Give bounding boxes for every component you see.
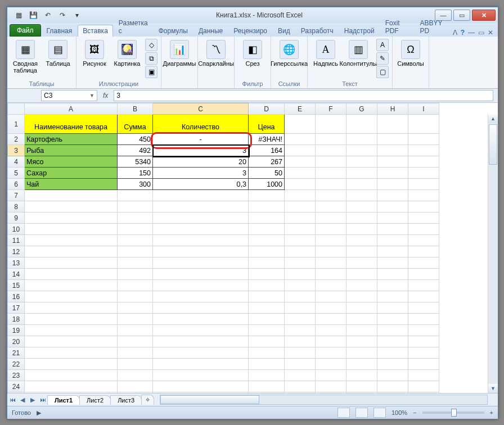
cell[interactable]: 5340 [118, 156, 153, 168]
cell[interactable] [408, 224, 439, 235]
cell[interactable] [346, 291, 377, 302]
screenshot-icon[interactable]: ▣ [145, 66, 158, 78]
cell[interactable] [377, 370, 408, 381]
cell[interactable] [346, 115, 377, 134]
cell[interactable] [285, 168, 316, 179]
cell[interactable]: #ЗНАЧ! [249, 134, 285, 145]
table-button[interactable]: ▤Таблица [43, 39, 73, 67]
sheet-tab-3[interactable]: Лист3 [110, 395, 142, 405]
cell[interactable] [249, 190, 285, 201]
cell[interactable] [118, 347, 153, 359]
cell[interactable] [346, 235, 377, 246]
cell[interactable] [285, 336, 316, 347]
row-header-7[interactable]: 7 [8, 190, 25, 201]
cell[interactable] [153, 235, 249, 246]
view-pagebreak-button[interactable] [374, 408, 386, 418]
doc-close-icon[interactable]: ✕ [488, 29, 493, 37]
row-header-6[interactable]: 6 [8, 179, 25, 190]
cell[interactable] [408, 179, 439, 190]
cell[interactable] [153, 269, 249, 280]
shapes-icon[interactable]: ◇ [145, 39, 158, 51]
cell[interactable] [408, 201, 439, 213]
cell[interactable] [316, 314, 346, 325]
cell[interactable] [25, 314, 118, 325]
cell[interactable] [408, 280, 439, 291]
cell[interactable] [153, 257, 249, 269]
cell[interactable] [408, 302, 439, 314]
cell[interactable] [346, 201, 377, 213]
cell[interactable] [249, 291, 285, 302]
cell[interactable] [118, 280, 153, 291]
cell[interactable] [249, 246, 285, 257]
cell[interactable]: 3 [153, 145, 249, 156]
row-header-23[interactable]: 23 [8, 370, 25, 381]
cell[interactable] [285, 370, 316, 381]
cell[interactable] [118, 336, 153, 347]
cell[interactable] [316, 280, 346, 291]
cell[interactable] [408, 190, 439, 201]
cell[interactable] [285, 257, 316, 269]
cell[interactable] [118, 359, 153, 370]
cell[interactable] [153, 347, 249, 359]
symbols-button[interactable]: ΩСимволы [396, 39, 425, 67]
row-header-5[interactable]: 5 [8, 168, 25, 179]
col-header-G[interactable]: G [346, 103, 377, 115]
cell[interactable] [285, 302, 316, 314]
cell[interactable] [346, 134, 377, 145]
zoom-in-button[interactable]: + [490, 409, 493, 416]
cell[interactable] [153, 224, 249, 235]
cell[interactable] [249, 257, 285, 269]
cell[interactable] [316, 370, 346, 381]
clipart-button[interactable]: 🎑Картинка [112, 39, 142, 67]
cell[interactable] [25, 257, 118, 269]
cell[interactable] [408, 235, 439, 246]
cell[interactable] [346, 370, 377, 381]
picture-button[interactable]: 🖼Рисунок [80, 39, 109, 67]
cell[interactable] [316, 291, 346, 302]
cell[interactable] [346, 336, 377, 347]
row-header-1[interactable]: 1 [8, 115, 25, 134]
cell[interactable] [316, 302, 346, 314]
cell[interactable] [153, 201, 249, 213]
cell[interactable] [249, 201, 285, 213]
cell[interactable] [249, 280, 285, 291]
cell[interactable]: 50 [249, 168, 285, 179]
tab-data[interactable]: Данные [194, 25, 228, 37]
row-header-11[interactable]: 11 [8, 235, 25, 246]
cell[interactable] [316, 246, 346, 257]
cell[interactable] [118, 381, 153, 392]
ribbon-minimize-icon[interactable]: ᐱ [453, 29, 457, 37]
zoom-slider-thumb[interactable] [451, 409, 457, 417]
cell[interactable] [408, 325, 439, 336]
cell[interactable] [377, 336, 408, 347]
cell[interactable] [346, 224, 377, 235]
row-header-4[interactable]: 4 [8, 156, 25, 168]
row-header-20[interactable]: 20 [8, 336, 25, 347]
cell[interactable] [285, 115, 316, 134]
vertical-scrollbar[interactable]: ▲ ▼ [488, 114, 498, 393]
row-header-15[interactable]: 15 [8, 280, 25, 291]
cell[interactable] [249, 370, 285, 381]
cell[interactable] [153, 325, 249, 336]
row-header-24[interactable]: 24 [8, 381, 25, 392]
cell[interactable] [285, 246, 316, 257]
cell[interactable] [285, 156, 316, 168]
cell[interactable] [346, 179, 377, 190]
cell[interactable] [377, 302, 408, 314]
cell[interactable] [118, 201, 153, 213]
row-header-10[interactable]: 10 [8, 224, 25, 235]
cell[interactable]: 267 [249, 156, 285, 168]
cell[interactable] [316, 201, 346, 213]
cell[interactable] [377, 359, 408, 370]
cell[interactable] [285, 381, 316, 392]
cell[interactable] [408, 168, 439, 179]
cell[interactable] [346, 145, 377, 156]
cell[interactable] [377, 325, 408, 336]
row-header-16[interactable]: 16 [8, 291, 25, 302]
zoom-level[interactable]: 100% [392, 409, 407, 416]
cell[interactable] [377, 246, 408, 257]
cell-name[interactable]: Картофель [25, 134, 118, 145]
cell[interactable] [285, 213, 316, 224]
row-header-8[interactable]: 8 [8, 201, 25, 213]
cell[interactable] [25, 246, 118, 257]
